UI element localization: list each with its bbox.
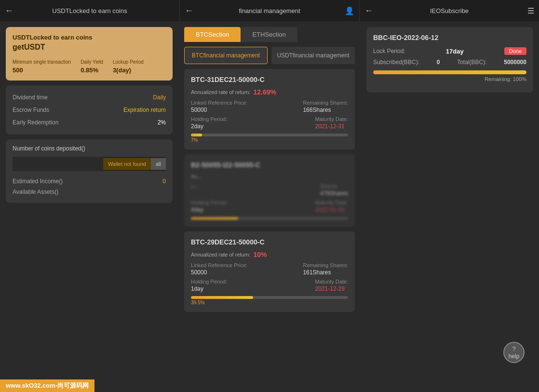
product-remaining-2: Shares: 479Shares — [320, 183, 348, 197]
product-details-row-3b: Holding Period: 1day Maturity Date: 2021… — [191, 279, 348, 292]
nav-title-usdt: USDTLocked to earn coins — [52, 7, 127, 14]
usdt-stat-yield: Daily Yield 0.85% — [81, 59, 103, 74]
main-layout: USDTLocked to earn coins getUSDT Minimum… — [0, 21, 539, 392]
product-linked-price-1: Linked Reference Price: 50000 — [191, 100, 247, 113]
estimated-income-row: Estimated Income() 0 — [13, 176, 166, 187]
deposit-input[interactable] — [13, 157, 103, 171]
usdt-card-stats: Minimum single transaction 500 Daily Yie… — [13, 59, 166, 74]
deposit-max-button[interactable]: all — [151, 158, 166, 170]
maturity-label-2: Maturity Date: — [315, 200, 348, 205]
help-button[interactable]: ? help — [503, 342, 525, 363]
product-holding-3: Holding Period: 1day — [191, 279, 227, 292]
ieo-lock-period-row: Lock Period: 17day Done — [373, 47, 526, 55]
usdt-card: USDTLocked to earn coins getUSDT Minimum… — [6, 27, 173, 81]
info-card: Dividend time Daily Escrow Funds Expirat… — [6, 85, 173, 135]
middle-panel: BTCSection ETHSection BTCfinancial manag… — [178, 21, 361, 392]
nav-section-usdt: ← USDTLocked to earn coins — [0, 0, 180, 21]
redemption-label: Early Redemption — [13, 119, 58, 126]
holding-value-3: 1day — [191, 285, 227, 292]
ieo-subscribed-row: Subscribed(BBC): 0 Total(BBC): 5000000 — [373, 59, 526, 66]
sub-tab-usdt-financial[interactable]: USDTfinancial management — [271, 47, 355, 64]
user-icon[interactable]: 👤 — [345, 6, 354, 15]
sub-tabs-row: BTCfinancial management USDTfinancial ma… — [184, 47, 355, 64]
ieo-lock-period-label: Lock Period: — [373, 48, 405, 54]
product-linked-price-3: Linked Reference Price: 50000 — [191, 262, 247, 276]
product-rate-label-3: Annualized rate of return: — [191, 252, 251, 257]
product-rate-row-2: An... — [191, 174, 348, 179]
product-card-btc-31dec21[interactable]: BTC-31DEC21-50000-C Annualized rate of r… — [184, 69, 355, 149]
info-row-escrow: Escrow Funds Expiration return — [13, 104, 166, 116]
product-progress-fill-2 — [191, 217, 238, 220]
product-holding-2: Holding Period: 4day — [191, 200, 227, 213]
product-remaining-3: Remaining Shares: 161Shares — [303, 262, 348, 276]
sub-tab-btc-financial[interactable]: BTCfinancial management — [184, 47, 268, 64]
stat-min-label: Minimum single transaction — [13, 59, 71, 65]
deposit-card: Number of coins deposited() Wallet not f… — [6, 139, 173, 203]
holding-value-2: 4day — [191, 206, 227, 213]
holding-label-3: Holding Period: — [191, 279, 227, 284]
product-title-3: BTC-29DEC21-50000-C — [191, 238, 348, 246]
product-remaining-1: Remaining Shares: 166Shares — [303, 100, 348, 113]
left-panel: USDTLocked to earn coins getUSDT Minimum… — [0, 21, 178, 392]
product-maturity-3: Maturity Date: 2021-12-29 — [315, 279, 348, 292]
nav-section-ieo: ← IEOSubscribe ☰ — [360, 0, 539, 21]
tab-btc-section[interactable]: BTCSection — [184, 27, 241, 42]
product-rate-label-1: Annualized rate of return: — [191, 89, 251, 95]
product-progress-fill-1 — [191, 134, 202, 136]
redemption-value: 2% — [158, 119, 166, 126]
help-label: help — [509, 353, 520, 360]
estimated-income-label: Estimated Income() — [13, 178, 63, 185]
maturity-label-3: Maturity Date: — [315, 279, 348, 284]
product-rate-value-1: 12.69% — [254, 88, 276, 96]
stat-lockup-value: 3(day) — [113, 67, 144, 74]
product-card-b2-50055[interactable]: B2-50055-I22-50055-C An... Li... Shares:… — [184, 154, 355, 227]
right-panel: BBC-IEO-2022-06-12 Lock Period: 17day Do… — [361, 21, 539, 392]
product-title-1: BTC-31DEC21-50000-C — [191, 76, 348, 83]
ieo-remaining-label: Remaining: 100% — [485, 76, 526, 82]
nav-back-ieo[interactable]: ← — [364, 6, 373, 16]
nav-back-financial[interactable]: ← — [185, 6, 193, 16]
product-details-row-3a: Linked Reference Price: 50000 Remaining … — [191, 262, 348, 276]
ieo-title: BBC-IEO-2022-06-12 — [373, 34, 526, 41]
remaining-value-3: 161Shares — [303, 269, 348, 276]
nav-back-usdt[interactable]: ← — [5, 6, 13, 16]
menu-icon[interactable]: ☰ — [527, 6, 534, 15]
product-progress-bar-1 — [191, 134, 348, 136]
product-progress-bar-3 — [191, 296, 348, 299]
watermark: www.skO32.com-尚可源码网 — [0, 379, 94, 392]
product-card-btc-29dec21[interactable]: BTC-29DEC21-50000-C Annualized rate of r… — [184, 231, 355, 312]
available-assets-row: Available Assets() — [13, 187, 166, 197]
ieo-progress-fill — [373, 70, 526, 74]
product-holding-1: Holding Period: 2day — [191, 116, 227, 130]
wallet-not-found: Wallet not found — [103, 158, 151, 170]
product-title-2: B2-50055-I22-50055-C — [191, 161, 348, 169]
ieo-total-value: 5000000 — [504, 59, 526, 66]
available-assets-label: Available Assets() — [13, 189, 58, 195]
product-progress-label-1: 7% — [191, 137, 348, 143]
linked-price-label-1: Linked Reference Price: — [191, 100, 247, 106]
escrow-value: Expiration return — [123, 107, 166, 113]
usdt-stat-min-transaction: Minimum single transaction 500 — [13, 59, 71, 74]
ieo-card: BBC-IEO-2022-06-12 Lock Period: 17day Do… — [366, 27, 533, 93]
product-progress-fill-3 — [191, 296, 253, 299]
stat-lockup-label: Lockup Period — [113, 59, 144, 65]
deposit-title: Number of coins deposited() — [13, 145, 166, 152]
ieo-lock-period-value: 17day — [446, 48, 464, 55]
info-row-dividend: Dividend time Daily — [13, 91, 166, 104]
linked-price-value-1: 50000 — [191, 107, 247, 113]
maturity-value-1: 2021-12-31 — [315, 123, 348, 130]
remaining-value-1: 166Shares — [303, 107, 348, 113]
nav-title-financial: financial management — [239, 7, 300, 14]
linked-price-label-2: Li... — [191, 183, 200, 189]
remaining-label-2: Shares: — [320, 183, 348, 189]
product-details-row-2a: Li... Shares: 479Shares — [191, 183, 348, 197]
remaining-label-1: Remaining Shares: — [303, 100, 348, 106]
ieo-progress-bar — [373, 70, 526, 74]
tab-eth-section[interactable]: ETHSection — [241, 27, 297, 42]
product-linked-price-2: Li... — [191, 183, 200, 197]
top-nav: ← USDTLocked to earn coins ← financial m… — [0, 0, 539, 21]
main-tabs-row: BTCSection ETHSection — [184, 27, 355, 42]
linked-price-label-3: Linked Reference Price: — [191, 262, 247, 268]
info-row-redemption: Early Redemption 2% — [13, 116, 166, 129]
question-mark-icon: ? — [512, 346, 516, 352]
